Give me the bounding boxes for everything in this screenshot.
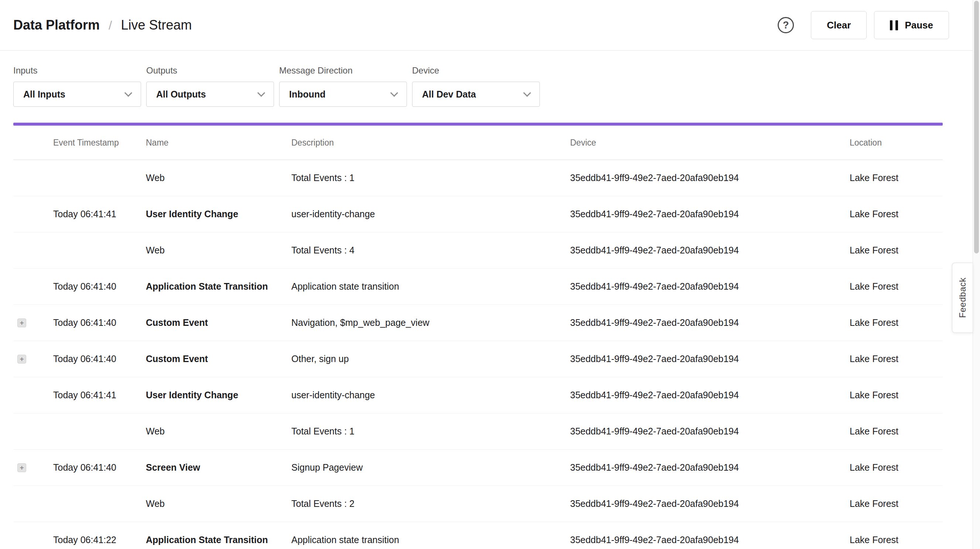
- column-description: Description: [291, 138, 570, 148]
- filter-inputs-label: Inputs: [13, 65, 141, 76]
- event-name: Screen View: [146, 462, 291, 473]
- event-device: 35eddb41-9ff9-49e2-7aed-20afa90eb194: [570, 498, 850, 509]
- expand-cell: [13, 246, 53, 255]
- inputs-dropdown-value: All Inputs: [23, 89, 65, 100]
- table-row[interactable]: + Today 06:41:40 Custom Event Navigation…: [13, 305, 943, 341]
- event-timestamp: Today 06:41:41: [53, 390, 146, 401]
- event-name: Web: [146, 426, 291, 437]
- event-location: Lake Forest: [850, 498, 943, 509]
- inputs-dropdown[interactable]: All Inputs: [13, 81, 141, 107]
- event-name: Application State Transition: [146, 535, 291, 545]
- scrollbar-thumb[interactable]: [974, 1, 979, 254]
- event-name: Web: [146, 172, 291, 183]
- expand-cell: +: [13, 355, 53, 364]
- event-device: 35eddb41-9ff9-49e2-7aed-20afa90eb194: [570, 354, 850, 364]
- breadcrumb-separator: /: [108, 18, 112, 32]
- breadcrumb: Data Platform / Live Stream: [13, 18, 192, 33]
- clear-button[interactable]: Clear: [811, 11, 867, 39]
- event-location: Lake Forest: [850, 426, 943, 437]
- event-device: 35eddb41-9ff9-49e2-7aed-20afa90eb194: [570, 390, 850, 401]
- event-description: user-identity-change: [291, 209, 570, 219]
- table-row[interactable]: Web Total Events : 2 35eddb41-9ff9-49e2-…: [13, 486, 943, 522]
- event-location: Lake Forest: [850, 172, 943, 183]
- table-row[interactable]: + Today 06:41:40 Custom Event Other, sig…: [13, 341, 943, 377]
- event-description: Total Events : 2: [291, 498, 570, 509]
- table-row[interactable]: Web Total Events : 4 35eddb41-9ff9-49e2-…: [13, 232, 943, 268]
- chevron-down-icon: [390, 89, 398, 96]
- table-row[interactable]: Web Total Events : 1 35eddb41-9ff9-49e2-…: [13, 160, 943, 196]
- help-icon[interactable]: ?: [778, 17, 794, 33]
- outputs-dropdown[interactable]: All Outputs: [146, 81, 274, 107]
- event-device: 35eddb41-9ff9-49e2-7aed-20afa90eb194: [570, 172, 850, 183]
- scrollbar[interactable]: [973, 0, 980, 549]
- pause-icon: [890, 20, 898, 30]
- expand-cell: +: [13, 463, 53, 472]
- chevron-down-icon: [124, 89, 132, 96]
- outputs-dropdown-value: All Outputs: [156, 89, 206, 100]
- event-device: 35eddb41-9ff9-49e2-7aed-20afa90eb194: [570, 318, 850, 328]
- event-timestamp: Today 06:41:40: [53, 462, 146, 473]
- event-table-body: Web Total Events : 1 35eddb41-9ff9-49e2-…: [13, 160, 943, 549]
- breadcrumb-live-stream: Live Stream: [121, 18, 192, 33]
- event-description: Signup Pageview: [291, 462, 570, 473]
- expand-cell: [13, 500, 53, 508]
- device-dropdown-value: All Dev Data: [422, 89, 476, 100]
- event-table: Event Timestamp Name Description Device …: [0, 126, 980, 549]
- event-timestamp: Today 06:41:40: [53, 318, 146, 328]
- table-row[interactable]: Today 06:41:22 Application State Transit…: [13, 522, 943, 549]
- expand-cell: [13, 427, 53, 436]
- event-location: Lake Forest: [850, 390, 943, 401]
- event-description: Application state transition: [291, 281, 570, 292]
- column-name: Name: [146, 138, 291, 148]
- event-description: Application state transition: [291, 535, 570, 545]
- filter-inputs: Inputs All Inputs: [13, 65, 141, 107]
- event-name: Web: [146, 498, 291, 509]
- event-timestamp: Today 06:41:41: [53, 209, 146, 219]
- device-dropdown[interactable]: All Dev Data: [412, 81, 540, 107]
- event-location: Lake Forest: [850, 354, 943, 364]
- pause-button-label: Pause: [905, 19, 933, 31]
- table-row[interactable]: Web Total Events : 1 35eddb41-9ff9-49e2-…: [13, 413, 943, 450]
- message-direction-dropdown[interactable]: Inbound: [279, 81, 407, 107]
- column-event-timestamp: Event Timestamp: [53, 138, 146, 148]
- expand-icon[interactable]: +: [18, 355, 26, 364]
- column-location: Location: [850, 138, 943, 148]
- filter-message-direction: Message Direction Inbound: [279, 65, 407, 107]
- event-location: Lake Forest: [850, 281, 943, 292]
- filter-outputs-label: Outputs: [146, 65, 274, 76]
- table-row[interactable]: Today 06:41:40 Application State Transit…: [13, 268, 943, 305]
- expand-icon[interactable]: +: [18, 463, 26, 472]
- table-header-row: Event Timestamp Name Description Device …: [13, 126, 943, 160]
- expand-cell: [13, 391, 53, 400]
- event-timestamp: Today 06:41:40: [53, 354, 146, 364]
- event-location: Lake Forest: [850, 318, 943, 328]
- expand-cell: +: [13, 318, 53, 327]
- filter-bar: Inputs All Inputs Outputs All Outputs Me…: [0, 51, 980, 107]
- filter-outputs: Outputs All Outputs: [146, 65, 274, 107]
- event-device: 35eddb41-9ff9-49e2-7aed-20afa90eb194: [570, 245, 850, 256]
- table-row[interactable]: Today 06:41:41 User Identity Change user…: [13, 196, 943, 232]
- feedback-tab-label: Feedback: [958, 278, 968, 318]
- pause-button[interactable]: Pause: [874, 11, 949, 39]
- table-row[interactable]: + Today 06:41:40 Screen View Signup Page…: [13, 450, 943, 486]
- top-bar-actions: ? Clear Pause: [778, 11, 949, 39]
- table-row[interactable]: Today 06:41:41 User Identity Change user…: [13, 377, 943, 413]
- event-device: 35eddb41-9ff9-49e2-7aed-20afa90eb194: [570, 281, 850, 292]
- event-name: User Identity Change: [146, 390, 291, 401]
- accent-bar: [13, 123, 943, 126]
- event-description: Total Events : 1: [291, 426, 570, 437]
- chevron-down-icon: [523, 89, 531, 96]
- event-description: user-identity-change: [291, 390, 570, 401]
- expand-icon[interactable]: +: [18, 318, 26, 327]
- breadcrumb-data-platform[interactable]: Data Platform: [13, 18, 100, 33]
- event-name: Application State Transition: [146, 281, 291, 292]
- event-description: Total Events : 4: [291, 245, 570, 256]
- event-device: 35eddb41-9ff9-49e2-7aed-20afa90eb194: [570, 426, 850, 437]
- event-name: User Identity Change: [146, 209, 291, 219]
- event-location: Lake Forest: [850, 462, 943, 473]
- event-name: Web: [146, 245, 291, 256]
- event-device: 35eddb41-9ff9-49e2-7aed-20afa90eb194: [570, 535, 850, 545]
- filter-device: Device All Dev Data: [412, 65, 540, 107]
- feedback-tab[interactable]: Feedback: [952, 263, 973, 333]
- expand-cell: [13, 174, 53, 182]
